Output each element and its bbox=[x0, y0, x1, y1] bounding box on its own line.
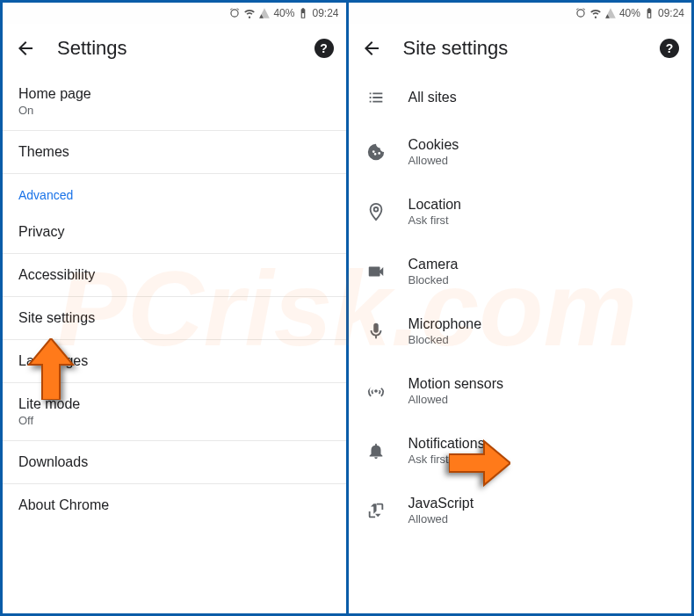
item-label: Notifications bbox=[408, 436, 485, 452]
site-settings-panel: 40% 09:24 Site settings ? All sites Cook… bbox=[349, 3, 692, 613]
location-icon bbox=[366, 202, 386, 221]
item-lite-mode[interactable]: Lite mode Off bbox=[3, 383, 346, 441]
battery-icon bbox=[643, 7, 655, 19]
header: Site settings ? bbox=[349, 24, 692, 73]
item-privacy[interactable]: Privacy bbox=[3, 211, 346, 254]
item-sub: Off bbox=[18, 414, 330, 427]
section-advanced: Advanced bbox=[3, 174, 346, 211]
item-cookies[interactable]: CookiesAllowed bbox=[349, 122, 692, 182]
item-label: Microphone bbox=[408, 316, 482, 332]
item-sub: Blocked bbox=[408, 273, 459, 286]
javascript-icon bbox=[366, 501, 386, 520]
item-label: Site settings bbox=[18, 310, 330, 326]
item-label: Privacy bbox=[18, 224, 330, 240]
back-button[interactable] bbox=[361, 38, 382, 59]
battery-pct: 40% bbox=[273, 7, 294, 19]
help-button[interactable]: ? bbox=[660, 39, 679, 58]
item-label: Cookies bbox=[408, 137, 459, 153]
help-button[interactable]: ? bbox=[314, 39, 334, 58]
status-bar: 40% 09:24 bbox=[349, 3, 692, 24]
wifi-icon bbox=[243, 7, 256, 19]
item-site-settings[interactable]: Site settings bbox=[3, 297, 346, 340]
header: Settings ? bbox=[3, 24, 346, 73]
battery-pct: 40% bbox=[619, 7, 640, 19]
item-label: JavaScript bbox=[408, 496, 474, 511]
site-settings-list: All sites CookiesAllowed LocationAsk fir… bbox=[349, 73, 692, 613]
item-about-chrome[interactable]: About Chrome bbox=[3, 484, 346, 526]
signal-icon bbox=[258, 7, 271, 19]
item-sub: Allowed bbox=[408, 393, 504, 406]
item-sub: Blocked bbox=[408, 333, 482, 346]
item-label: Home page bbox=[18, 86, 330, 102]
item-label: Location bbox=[408, 197, 462, 213]
status-bar: 40% 09:24 bbox=[3, 3, 346, 24]
item-accessibility[interactable]: Accessibility bbox=[3, 254, 346, 297]
item-sub: Ask first bbox=[408, 453, 485, 466]
item-label: Lite mode bbox=[18, 396, 330, 412]
clock-time: 09:24 bbox=[312, 7, 338, 19]
signal-icon bbox=[604, 7, 617, 19]
item-label: Downloads bbox=[18, 454, 330, 470]
notifications-icon bbox=[366, 441, 386, 460]
item-motion-sensors[interactable]: Motion sensorsAllowed bbox=[349, 361, 692, 421]
camera-icon bbox=[366, 262, 386, 281]
microphone-icon bbox=[366, 322, 386, 341]
battery-icon bbox=[297, 7, 309, 19]
item-home-page[interactable]: Home page On bbox=[3, 73, 346, 131]
settings-list: Home page On Themes Advanced Privacy Acc… bbox=[3, 73, 346, 613]
list-icon bbox=[366, 88, 386, 107]
alarm-icon bbox=[575, 7, 587, 19]
sensors-icon bbox=[366, 381, 386, 401]
item-themes[interactable]: Themes bbox=[3, 131, 346, 174]
item-label: All sites bbox=[408, 90, 457, 105]
item-label: Camera bbox=[408, 257, 459, 272]
settings-panel: 40% 09:24 Settings ? Home page On Themes… bbox=[3, 3, 349, 613]
back-button[interactable] bbox=[15, 38, 36, 59]
item-camera[interactable]: CameraBlocked bbox=[349, 242, 692, 301]
item-label: Languages bbox=[18, 353, 330, 369]
cookie-icon bbox=[366, 142, 386, 162]
item-downloads[interactable]: Downloads bbox=[3, 441, 346, 484]
item-microphone[interactable]: MicrophoneBlocked bbox=[349, 301, 692, 361]
item-sub: Allowed bbox=[408, 154, 459, 167]
clock-time: 09:24 bbox=[658, 7, 684, 19]
item-label: Accessibility bbox=[18, 267, 330, 283]
alarm-icon bbox=[228, 7, 241, 19]
item-sub: On bbox=[18, 104, 330, 117]
item-label: About Chrome bbox=[18, 497, 330, 513]
item-all-sites[interactable]: All sites bbox=[349, 73, 692, 122]
item-label: Motion sensors bbox=[408, 376, 504, 392]
page-title: Settings bbox=[57, 37, 293, 60]
item-sub: Allowed bbox=[408, 512, 474, 525]
wifi-icon bbox=[589, 7, 602, 19]
item-sub: Ask first bbox=[408, 214, 462, 227]
item-location[interactable]: LocationAsk first bbox=[349, 182, 692, 242]
item-notifications[interactable]: NotificationsAsk first bbox=[349, 421, 692, 481]
item-languages[interactable]: Languages bbox=[3, 340, 346, 383]
item-javascript[interactable]: JavaScriptAllowed bbox=[349, 481, 692, 540]
page-title: Site settings bbox=[403, 37, 640, 60]
item-label: Themes bbox=[18, 144, 330, 160]
